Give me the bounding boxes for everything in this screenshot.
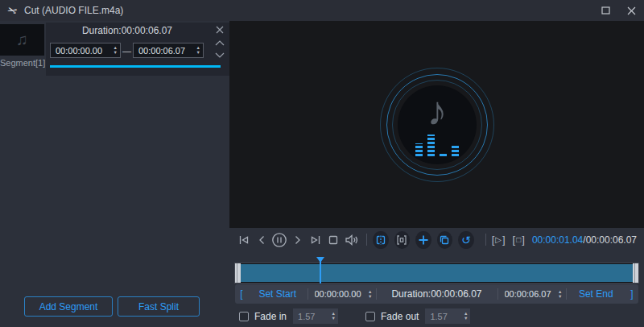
fade-out-field[interactable]: ▲ ▼	[425, 308, 470, 324]
remove-segment-button[interactable]	[213, 24, 226, 35]
end-bracket-icon: ]	[625, 288, 638, 300]
trim-handle-right[interactable]	[633, 263, 638, 283]
audio-core-circle: ♪	[398, 85, 477, 164]
spin-down-icon[interactable]: ▼	[464, 317, 468, 321]
transport-bar: ↺ [ ▷ ] [ □ ] 00:00:01.04/00:00:06.07	[229, 228, 644, 251]
segment-down-button[interactable]	[213, 50, 226, 60]
trim-start-input[interactable]	[315, 289, 367, 299]
volume-icon	[345, 234, 359, 246]
copy-segment-button[interactable]	[437, 231, 453, 249]
segment-panel: ♫ Segment[1] Duration:00:00:06.07 ▲ ▼	[0, 21, 229, 327]
separator	[366, 234, 367, 246]
select-region-button[interactable]	[394, 231, 411, 249]
timeline-zone	[235, 251, 638, 284]
fade-in-label: Fade in	[254, 311, 287, 322]
fade-in-checkbox[interactable]	[239, 312, 249, 321]
stop-segment-button[interactable]: [ □ ]	[513, 234, 525, 246]
spin-up-icon[interactable]: ▲	[368, 290, 372, 294]
bracket-close-icon: ]	[502, 234, 506, 246]
player-controls: ↺ [ ▷ ] [ □ ] 00:00:01.04/00:00:06.07	[229, 228, 644, 327]
maximize-icon	[601, 6, 610, 14]
close-button[interactable]	[618, 0, 644, 21]
spin-up-icon[interactable]: ▲	[558, 290, 562, 294]
timeline-track[interactable]	[235, 263, 638, 283]
reset-button[interactable]: ↺	[458, 231, 474, 249]
segment-card[interactable]: Duration:00:00:06.07 ▲ ▼ —	[46, 23, 229, 76]
segment-end-input[interactable]	[138, 46, 195, 56]
segment-end-field[interactable]: ▲ ▼	[133, 43, 204, 58]
skip-start-icon	[237, 234, 250, 246]
segment-start-field[interactable]: ▲ ▼	[50, 43, 121, 58]
stop-icon	[328, 234, 339, 246]
pause-icon	[271, 232, 287, 248]
separator	[485, 234, 486, 246]
play-triangle-icon: ▷	[495, 235, 502, 244]
copy-icon	[439, 234, 450, 246]
split-button[interactable]	[373, 231, 389, 249]
trim-start-field[interactable]: ▲ ▼	[308, 289, 376, 299]
spin-down-icon[interactable]: ▼	[368, 295, 372, 299]
fast-split-button[interactable]: Fast Split	[118, 296, 200, 317]
volume-button[interactable]	[343, 230, 360, 250]
fade-out-label: Fade out	[381, 311, 419, 322]
chevron-up-icon	[215, 39, 225, 46]
title-bar: ✂ Cut (AUDIO FILE.m4a)	[0, 0, 644, 21]
current-time: 00:00:01.04	[532, 234, 583, 246]
plus-icon	[418, 234, 429, 246]
segment-label: Segment[1]	[0, 58, 44, 68]
pause-button[interactable]	[271, 230, 288, 250]
step-back-icon	[257, 234, 266, 246]
range-dash: —	[121, 46, 133, 56]
step-forward-icon	[293, 234, 303, 246]
trim-bar: [ Set Start ▲ ▼ Duration:00:00:06.07 ▲ ▼…	[235, 284, 638, 304]
close-icon	[627, 6, 636, 15]
segment-up-button[interactable]	[213, 37, 226, 48]
segment-start-input[interactable]	[56, 46, 112, 56]
stop-button[interactable]	[325, 230, 342, 250]
segment-duration-label: Duration:00:00:06.07	[46, 23, 229, 39]
maximize-button[interactable]	[592, 0, 618, 21]
trim-handle-left[interactable]	[235, 263, 241, 283]
skip-end-icon	[309, 234, 322, 246]
play-segment-button[interactable]: [ ▷ ]	[492, 234, 506, 246]
remove-icon	[216, 26, 224, 34]
total-time: 00:00:06.07	[586, 234, 637, 246]
playhead-line	[320, 257, 321, 284]
skip-start-button[interactable]	[235, 230, 252, 250]
bracket-close-icon: ]	[522, 234, 525, 246]
preview-area: ♪	[229, 21, 644, 228]
spin-down-icon[interactable]: ▼	[114, 51, 118, 55]
step-forward-button[interactable]	[289, 230, 306, 250]
reset-icon: ↺	[461, 234, 471, 246]
music-note-icon: ♫	[16, 31, 28, 49]
fade-out-checkbox[interactable]	[365, 312, 375, 321]
scissors-icon: ✂	[0, 1, 26, 20]
skip-end-button[interactable]	[307, 230, 324, 250]
segment-progress-bar	[50, 65, 221, 68]
split-icon	[375, 234, 386, 246]
equalizer-icon	[415, 135, 459, 156]
region-icon	[396, 234, 407, 246]
spin-down-icon[interactable]: ▼	[558, 295, 562, 299]
add-segment-button[interactable]: Add Segment	[24, 296, 113, 317]
fade-in-input[interactable]	[298, 312, 330, 321]
spin-down-icon[interactable]: ▼	[196, 51, 200, 55]
trim-end-field[interactable]: ▲ ▼	[498, 289, 566, 299]
spin-down-icon[interactable]: ▼	[332, 317, 336, 321]
bracket-open-icon: [	[492, 234, 495, 246]
set-start-button[interactable]: Set Start	[248, 288, 308, 300]
stop-square-icon: □	[516, 235, 521, 244]
playhead[interactable]	[316, 257, 324, 284]
fade-out-input[interactable]	[430, 312, 462, 321]
segment-thumbnail[interactable]: ♫	[0, 24, 44, 56]
trim-duration-label: Duration:00:00:06.07	[377, 288, 497, 300]
music-note-icon: ♪	[427, 90, 448, 132]
step-back-button[interactable]	[253, 230, 270, 250]
fade-in-field[interactable]: ▲ ▼	[293, 308, 338, 324]
add-button[interactable]	[415, 231, 431, 249]
time-display: 00:00:01.04/00:00:06.07	[532, 234, 640, 246]
chevron-down-icon	[215, 52, 225, 59]
trim-end-input[interactable]	[505, 289, 557, 299]
bracket-open-icon: [	[513, 234, 516, 246]
set-end-button[interactable]: Set End	[567, 288, 626, 300]
